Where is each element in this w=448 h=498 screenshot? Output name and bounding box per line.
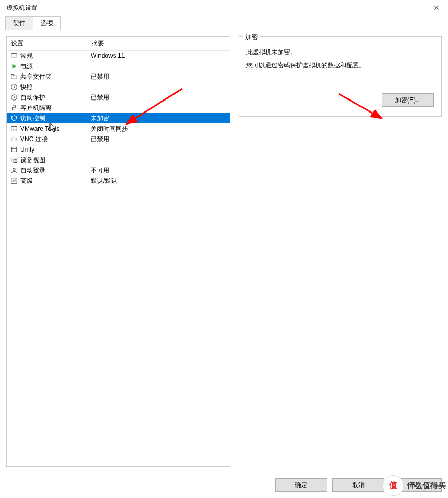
ok-button[interactable]: 确定 bbox=[275, 478, 327, 492]
encrypt-button[interactable]: 加密(E)... bbox=[382, 93, 434, 107]
svg-text:vm: vm bbox=[13, 128, 17, 131]
svg-point-16 bbox=[13, 168, 15, 170]
svg-rect-5 bbox=[13, 107, 16, 110]
content-area: 设置 摘要 常规Windows 11电源共享文件夹已禁用快照自动保护已禁用客户机… bbox=[0, 30, 448, 473]
list-item[interactable]: 高级默认/默认 bbox=[7, 176, 230, 186]
status-text: 此虚拟机未加密。 bbox=[246, 47, 434, 57]
list-item-label: 高级 bbox=[20, 177, 91, 185]
list-item-summary: 已禁用 bbox=[91, 72, 227, 81]
clock-icon bbox=[10, 83, 18, 91]
chart-icon bbox=[10, 177, 18, 185]
vm-icon: vm bbox=[10, 124, 18, 133]
list-item-summary: 未加密 bbox=[91, 114, 227, 123]
list-item[interactable]: 客户机隔离 bbox=[7, 103, 230, 113]
window-title: 虚拟机设置 bbox=[6, 4, 38, 13]
list-header: 设置 摘要 bbox=[7, 37, 230, 51]
encryption-group: 加密 此虚拟机未加密。 您可以通过密码保护虚拟机的数据和配置。 加密(E)... bbox=[239, 36, 442, 117]
list-item-label: 客户机隔离 bbox=[20, 104, 91, 113]
list-item-label: VNC 连接 bbox=[20, 135, 91, 144]
list-item[interactable]: VNC 连接已禁用 bbox=[7, 134, 230, 144]
list-item-label: 常规 bbox=[20, 52, 91, 60]
keyboard-icon bbox=[10, 135, 18, 143]
list-item-summary: 不可用 bbox=[91, 166, 227, 175]
tab-strip: 硬件 选项 bbox=[0, 16, 448, 30]
cancel-button[interactable]: 取消 bbox=[332, 478, 384, 492]
tab-hardware[interactable]: 硬件 bbox=[5, 16, 33, 30]
dialog-buttons: 确定 取消 帮助 bbox=[275, 478, 442, 492]
folder-share-icon bbox=[10, 72, 18, 81]
list-item[interactable]: 常规Windows 11 bbox=[7, 51, 230, 61]
window-icon bbox=[10, 145, 18, 154]
svg-rect-12 bbox=[12, 147, 17, 152]
list-item[interactable]: 共享文件夹已禁用 bbox=[7, 71, 230, 82]
list-item[interactable]: 快照 bbox=[7, 82, 230, 92]
play-icon bbox=[10, 62, 18, 70]
list-item-label: 访问控制 bbox=[20, 114, 91, 123]
clock-icon bbox=[10, 93, 18, 102]
help-button[interactable]: 帮助 bbox=[390, 478, 442, 492]
list-item-summary: 已禁用 bbox=[91, 93, 227, 102]
devices-icon bbox=[10, 156, 18, 164]
description-text: 您可以通过密码保护虚拟机的数据和配置。 bbox=[246, 60, 434, 70]
shield-icon bbox=[10, 114, 18, 122]
close-icon[interactable]: ✕ bbox=[429, 2, 444, 14]
list-item-label: 自动登录 bbox=[20, 166, 91, 175]
list-item-summary: 已禁用 bbox=[91, 135, 227, 144]
list-item-label: 电源 bbox=[20, 62, 91, 71]
lock-icon bbox=[10, 104, 18, 112]
settings-list-panel: 设置 摘要 常规Windows 11电源共享文件夹已禁用快照自动保护已禁用客户机… bbox=[6, 36, 230, 467]
list-body: 常规Windows 11电源共享文件夹已禁用快照自动保护已禁用客户机隔离访问控制… bbox=[7, 51, 230, 186]
list-item-summary: 默认/默认 bbox=[91, 177, 227, 185]
list-item[interactable]: vmVMware Tools关闭时间同步 bbox=[7, 123, 230, 134]
login-icon bbox=[10, 166, 18, 175]
list-item-label: 快照 bbox=[20, 83, 91, 92]
list-item-summary: Windows 11 bbox=[91, 52, 227, 59]
list-item-label: Unity bbox=[20, 146, 91, 153]
monitor-icon bbox=[10, 52, 18, 60]
list-item-label: 设备视图 bbox=[20, 156, 91, 165]
list-item-label: 自动保护 bbox=[20, 93, 91, 102]
encrypt-button-row: 加密(E)... bbox=[246, 93, 434, 107]
list-item[interactable]: 设备视图 bbox=[7, 155, 230, 165]
list-item[interactable]: Unity bbox=[7, 144, 230, 155]
col-header-summary: 摘要 bbox=[92, 39, 226, 48]
svg-rect-0 bbox=[11, 54, 17, 57]
list-item-label: 共享文件夹 bbox=[20, 72, 91, 81]
list-item[interactable]: 电源 bbox=[7, 61, 230, 71]
group-legend: 加密 bbox=[243, 33, 260, 42]
detail-panel: 加密 此虚拟机未加密。 您可以通过密码保护虚拟机的数据和配置。 加密(E)... bbox=[239, 36, 442, 467]
list-item-summary: 关闭时间同步 bbox=[91, 124, 227, 133]
list-item-label: VMware Tools bbox=[20, 125, 91, 132]
col-header-setting: 设置 bbox=[11, 39, 92, 48]
list-item[interactable]: 自动保护已禁用 bbox=[7, 92, 230, 103]
title-bar: 虚拟机设置 ✕ bbox=[0, 0, 448, 16]
tab-options[interactable]: 选项 bbox=[33, 16, 61, 30]
list-item[interactable]: 访问控制未加密 bbox=[7, 113, 230, 123]
list-item[interactable]: 自动登录不可用 bbox=[7, 165, 230, 176]
